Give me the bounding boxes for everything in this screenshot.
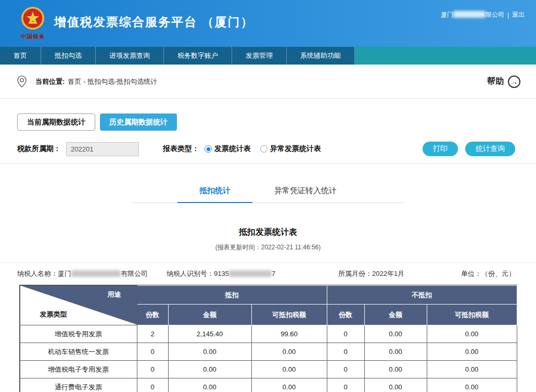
tab-deduction-stats[interactable]: 抵扣统计	[177, 186, 252, 203]
user-area: 厦门限公司 | 退出	[441, 10, 525, 19]
logout-link[interactable]: 退出	[512, 10, 525, 19]
tax-emblem-logo: 中国税务	[19, 6, 47, 41]
value-cell: 2,145.40	[168, 325, 251, 343]
stats-tabs: 抵扣统计 异常凭证转入统计	[133, 186, 403, 203]
value-cell: 0.00	[168, 378, 251, 392]
action-buttons: 打印 统计查询	[423, 142, 515, 156]
radio-checked-icon[interactable]	[205, 145, 212, 153]
report-table-body: 增值税专用发票22,145.4099.6000.000.00机动车销售统一发票0…	[20, 325, 517, 392]
report-type-group: 报表类型： 发票统计表 异常发票统计表	[163, 144, 325, 154]
value-cell: 0	[137, 361, 168, 378]
nav-item-system-auxiliary[interactable]: 系统辅助功能	[287, 47, 355, 65]
app-header: 中国税务 增值税发票综合服务平台 （厦门） 厦门限公司 | 退出	[0, 0, 536, 47]
breadcrumb-path: 首页 - 抵扣勾选-抵扣勾选统计	[68, 77, 157, 86]
header-divider: |	[507, 11, 509, 19]
page-title: 增值税发票综合服务平台 （厦门）	[54, 14, 253, 30]
value-cell: 0.00	[168, 361, 251, 378]
col-header-deductible-tax: 可抵扣税额	[427, 305, 517, 325]
value-cell: 0.00	[364, 361, 427, 378]
value-cell: 0	[327, 361, 364, 378]
value-cell: 0	[327, 343, 364, 361]
table-row: 增值税专用发票22,145.4099.6000.000.00	[20, 325, 517, 343]
value-cell: 0.00	[168, 343, 251, 361]
print-button[interactable]: 打印	[423, 142, 458, 156]
main-nav: 首页 抵扣勾选 进项发票查询 税务数字账户 发票管理 系统辅助功能	[0, 47, 536, 65]
value-cell: 99.60	[251, 325, 327, 343]
report-updated-time: (报表更新时间：2022-02-21 11:46:56)	[0, 243, 536, 252]
nav-item-invoice-management[interactable]: 发票管理	[232, 47, 287, 65]
current-period-tab[interactable]: 当前属期数据统计	[17, 113, 95, 131]
value-cell: 0.00	[364, 325, 427, 343]
report-type-label: 报表类型：	[163, 144, 199, 154]
filter-section: 当前属期数据统计 历史属期数据统计 税款所属期： 报表类型： 发票统计表 异常发…	[0, 99, 536, 164]
value-cell: 0.00	[427, 378, 517, 392]
table-row: 机动车销售统一发票00.000.0000.000.00	[20, 343, 517, 361]
invoice-type-cell: 机动车销售统一发票	[20, 343, 137, 361]
col-header-amount: 金额	[168, 305, 251, 325]
col-header-count: 份数	[327, 305, 364, 325]
value-cell: 0	[137, 343, 168, 361]
radio-abnormal-stats-label: 异常发票统计表	[270, 144, 321, 154]
value-cell: 0.00	[427, 361, 517, 378]
value-cell: 0	[327, 378, 364, 392]
col-header-count: 份数	[137, 305, 168, 325]
radio-abnormal-stats[interactable]: 异常发票统计表	[260, 144, 321, 154]
radio-invoice-stats[interactable]: 发票统计表	[205, 144, 251, 154]
report-unit: 单位：（份、元）	[461, 269, 515, 279]
tax-period-label: 税款所属期：	[17, 144, 61, 154]
national-emblem-icon	[21, 6, 45, 30]
redacted-taxpayer-name	[71, 270, 121, 277]
taxpayer-id: 纳税人识别号：91357	[167, 269, 338, 279]
tab-abnormal-voucher-stats[interactable]: 异常凭证转入统计	[252, 186, 359, 203]
invoice-type-cell: 增值税电子专用发票	[20, 361, 137, 378]
tax-period-input[interactable]	[66, 142, 139, 156]
redacted-taxpayer-id	[229, 270, 272, 277]
value-cell: 0.00	[251, 361, 327, 378]
col-header-amount: 金额	[364, 305, 427, 325]
radio-unchecked-icon[interactable]	[260, 145, 267, 153]
user-company: 厦门限公司	[441, 10, 504, 19]
radio-invoice-stats-label: 发票统计表	[214, 144, 251, 154]
nav-item-home[interactable]: 首页	[0, 47, 41, 65]
deduction-stats-table: 用途 发票类型 抵扣 不抵扣 份数 金额 可抵扣税额 份数 金额 可抵扣税额 增…	[19, 285, 517, 392]
invoice-type-cell: 增值税专用发票	[20, 325, 137, 343]
period-tabs: 当前属期数据统计 历史属期数据统计	[17, 113, 515, 131]
report-month: 所属月份：2022年1月	[338, 269, 461, 279]
nav-item-tax-digital-account[interactable]: 税务数字账户	[164, 47, 232, 65]
value-cell: 0.00	[364, 378, 427, 392]
corner-usage-label: 用途	[108, 290, 121, 299]
value-cell: 0.00	[251, 378, 327, 392]
help-button[interactable]: 帮助 →	[487, 75, 520, 88]
history-period-tab[interactable]: 历史属期数据统计	[100, 113, 177, 131]
report-title: 抵扣发票统计表	[0, 227, 536, 238]
taxpayer-info-row: 纳税人名称：厦门有限公司 纳税人识别号：91357 所属月份：2022年1月 单…	[0, 262, 536, 279]
value-cell: 0.00	[251, 343, 327, 361]
nav-item-input-invoice-query[interactable]: 进项发票查询	[96, 47, 164, 65]
value-cell: 0.00	[427, 343, 517, 361]
breadcrumb-label: 当前位置:	[35, 77, 65, 86]
taxpayer-name: 纳税人名称：厦门有限公司	[17, 269, 167, 279]
redacted-company-name	[453, 11, 486, 18]
value-cell: 0	[137, 378, 168, 392]
value-cell: 2	[137, 325, 168, 343]
filter-row: 税款所属期： 报表类型： 发票统计表 异常发票统计表 打印 统计查询	[17, 142, 515, 156]
value-cell: 0	[327, 325, 364, 343]
col-header-deductible-tax: 可抵扣税额	[251, 305, 327, 325]
nav-item-deduction-check[interactable]: 抵扣勾选	[41, 47, 96, 65]
corner-header-cell: 用途 发票类型	[20, 286, 137, 325]
stats-query-button[interactable]: 统计查询	[465, 142, 515, 156]
location-icon	[16, 75, 28, 88]
invoice-type-cell: 通行费电子发票	[20, 378, 137, 392]
group-header-deduct: 抵扣	[137, 286, 327, 305]
help-arrow-icon: →	[508, 75, 520, 88]
corner-invoice-type-label: 发票类型	[40, 310, 67, 319]
value-cell: 0.00	[427, 325, 517, 343]
table-row: 通行费电子发票00.000.0000.000.00	[20, 378, 517, 392]
group-header-no-deduct: 不抵扣	[327, 286, 517, 305]
table-row: 增值税电子专用发票00.000.0000.000.00	[20, 361, 517, 378]
logo-text: 中国税务	[19, 33, 47, 41]
value-cell: 0.00	[364, 343, 427, 361]
breadcrumb-bar: 当前位置: 首页 - 抵扣勾选-抵扣勾选统计 帮助 →	[0, 65, 536, 99]
help-label: 帮助	[487, 76, 504, 87]
